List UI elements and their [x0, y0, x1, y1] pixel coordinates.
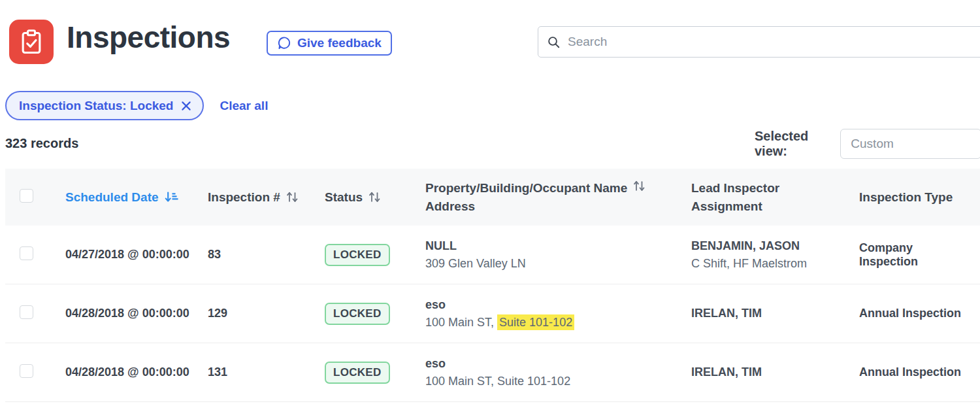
lead-inspector-name: BENJAMIN, JASON — [691, 237, 840, 255]
status-cell: LOCKED — [317, 303, 418, 325]
row-select-cell — [5, 305, 59, 322]
table-row[interactable]: 04/28/2018 @ 00:00:00 129 LOCKED eso 100… — [5, 284, 980, 343]
lead-inspector-cell: IRELAN, TIM — [685, 364, 849, 381]
sort-both-icon — [286, 191, 299, 203]
search-box[interactable] — [538, 26, 980, 58]
scheduled-date-cell: 04/28/2018 @ 00:00:00 — [59, 307, 201, 320]
assignment-label: Assignment — [691, 197, 840, 216]
speech-bubble-icon — [277, 36, 291, 50]
lead-inspector-name: IRELAN, TIM — [691, 364, 840, 381]
status-cell: LOCKED — [317, 362, 418, 384]
status-label: Status — [325, 190, 363, 205]
active-filters-row: Inspection Status: Locked Clear all — [5, 91, 268, 120]
lead-inspector-cell: BENJAMIN, JASON C Shift, HF Maelstrom — [685, 237, 849, 273]
property-address-label: Address — [425, 197, 676, 216]
row-select-cell — [5, 246, 59, 263]
inspection-number-cell: 131 — [201, 365, 317, 379]
property-cell: eso 100 Main ST, Suite 101-102 — [418, 355, 685, 390]
remove-filter-icon[interactable] — [180, 100, 192, 112]
filter-chip-label: Inspection Status: Locked — [19, 99, 173, 113]
scheduled-date-label: Scheduled Date — [65, 190, 159, 205]
scheduled-date-cell: 04/27/2018 @ 00:00:00 — [59, 248, 201, 262]
row-checkbox[interactable] — [20, 364, 33, 378]
sort-both-icon — [368, 191, 382, 203]
search-icon — [547, 35, 561, 49]
inspection-number-label: Inspection # — [208, 190, 280, 205]
column-header-inspection-type: Inspection Type — [849, 190, 980, 205]
scheduled-date-cell: 04/28/2018 @ 00:00:00 — [59, 365, 201, 379]
property-address: 100 Main ST, Suite 101-102 — [425, 314, 676, 331]
clear-all-filters-link[interactable]: Clear all — [220, 99, 268, 113]
status-badge: LOCKED — [325, 362, 390, 384]
inspection-type-cell: Annual Inspection — [849, 307, 980, 320]
inspection-type-label: Inspection Type — [859, 190, 953, 204]
property-name-label: Property/Building/Occupant Name — [425, 179, 627, 197]
row-select-cell — [5, 364, 59, 381]
table-row[interactable]: 04/28/2018 @ 00:00:00 131 LOCKED eso 100… — [5, 343, 980, 402]
column-header-scheduled-date[interactable]: Scheduled Date — [59, 190, 201, 205]
select-all-checkbox[interactable] — [20, 189, 33, 203]
clipboard-check-icon — [9, 20, 54, 64]
give-feedback-label: Give feedback — [297, 36, 382, 50]
record-count: 323 records — [5, 136, 78, 151]
view-select-dropdown[interactable]: Custom — [840, 129, 980, 159]
sort-both-icon — [633, 179, 646, 197]
page-title: Inspections — [67, 20, 230, 55]
sort-descending-icon — [165, 191, 178, 203]
column-header-lead-inspector: Lead Inspector Assignment — [685, 179, 849, 215]
inspection-type-cell: Annual Inspection — [849, 365, 980, 379]
inspection-type-cell: Company Inspection — [849, 241, 980, 269]
table-row[interactable]: 04/27/2018 @ 00:00:00 83 LOCKED NULL 309… — [5, 226, 980, 284]
row-checkbox[interactable] — [20, 246, 33, 260]
assignment: C Shift, HF Maelstrom — [691, 255, 840, 273]
status-cell: LOCKED — [317, 244, 418, 266]
property-cell: eso 100 Main ST, Suite 101-102 — [418, 296, 685, 331]
inspections-table: Scheduled Date — [5, 169, 980, 402]
status-badge: LOCKED — [325, 303, 390, 325]
lead-inspector-name: IRELAN, TIM — [691, 305, 840, 322]
search-highlight: Suite 101-102 — [497, 314, 574, 330]
filter-chip-inspection-status[interactable]: Inspection Status: Locked — [5, 91, 204, 120]
property-cell: NULL 309 Glen Valley LN — [418, 237, 685, 273]
inspection-number-cell: 83 — [201, 248, 317, 262]
property-name: NULL — [425, 237, 676, 255]
give-feedback-button[interactable]: Give feedback — [267, 31, 392, 56]
select-all-cell — [5, 189, 59, 206]
lead-inspector-cell: IRELAN, TIM — [685, 305, 849, 322]
view-select-value: Custom — [851, 137, 893, 151]
property-address: 100 Main ST, Suite 101-102 — [425, 373, 676, 390]
lead-inspector-label: Lead Inspector — [691, 179, 840, 197]
inspections-page: Inspections Give feedback Inspection Sta… — [0, 0, 980, 406]
status-badge: LOCKED — [325, 244, 390, 266]
selected-view-label: Selected view: — [755, 129, 830, 159]
column-header-status[interactable]: Status — [317, 190, 418, 205]
search-input[interactable] — [568, 35, 979, 49]
selected-view-area: Selected view: Custom — [755, 129, 980, 159]
row-checkbox[interactable] — [20, 305, 33, 319]
table-header-row: Scheduled Date — [5, 169, 980, 226]
column-header-property[interactable]: Property/Building/Occupant Name Address — [418, 179, 685, 215]
property-address: 309 Glen Valley LN — [425, 255, 676, 273]
inspection-number-cell: 129 — [201, 307, 317, 320]
column-header-inspection-number[interactable]: Inspection # — [201, 190, 317, 205]
property-name: eso — [425, 296, 676, 314]
property-name: eso — [425, 355, 676, 373]
